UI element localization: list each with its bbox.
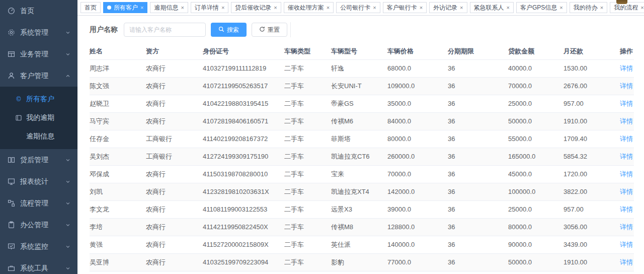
cell: 二手车 — [284, 165, 331, 183]
close-icon[interactable]: × — [600, 5, 603, 11]
table-row: 黄强农商行41152720000215809X二手车英仕派140000.0369… — [90, 236, 634, 253]
search-button-label: 搜索 — [227, 26, 239, 34]
sidebar-item-system[interactable]: 系统管理 — [0, 22, 77, 43]
tab-my-todo[interactable]: 我的待办× — [570, 2, 607, 13]
detail-link[interactable]: 详情 — [620, 153, 633, 160]
cell: 任存金 — [90, 130, 146, 148]
close-icon[interactable]: × — [420, 5, 423, 11]
cell-actions: 详情 — [604, 253, 634, 271]
tab-visit-record[interactable]: 外访记录× — [429, 2, 467, 13]
column-header: 月还款 — [564, 43, 604, 59]
cell-actions: 详情 — [604, 236, 634, 253]
cell: 黄强 — [90, 236, 146, 253]
cell: 农商行 — [146, 218, 203, 236]
close-icon[interactable]: × — [559, 5, 562, 11]
close-icon[interactable]: × — [181, 5, 184, 11]
cell: 2676.00 — [564, 77, 604, 95]
detail-link[interactable]: 详情 — [620, 82, 633, 90]
cell-actions: 详情 — [604, 59, 634, 77]
cell: 农商行 — [146, 77, 203, 95]
cell-actions: 详情 — [604, 77, 634, 95]
chevron-down-icon — [65, 52, 70, 57]
table-header-row: 姓名资方身份证号车辆类型车辆型号车辆价格分期期限贷款金额月还款操作 — [90, 43, 634, 59]
tab-overdue-info[interactable]: 逾期信息× — [150, 2, 188, 13]
sidebar-item-my-overdue[interactable]: 我的逾期 — [0, 108, 77, 127]
tab-all-customers[interactable]: 所有客户× — [103, 2, 147, 13]
cell: 李培 — [90, 218, 146, 236]
cell: 411503198708280010 — [203, 165, 284, 183]
search-button[interactable]: 搜索 — [211, 23, 247, 37]
close-icon[interactable]: × — [373, 5, 376, 11]
close-icon[interactable]: × — [221, 5, 224, 11]
cell: 36 — [448, 236, 508, 253]
column-header: 车辆类型 — [284, 43, 331, 59]
tab-emergency-contact[interactable]: 紧急联系人× — [470, 2, 514, 13]
close-icon[interactable]: × — [460, 5, 463, 11]
cell: 二手车 — [284, 200, 331, 218]
tab-label: 逾期信息 — [154, 4, 178, 12]
close-icon[interactable]: × — [140, 5, 143, 11]
detail-link[interactable]: 详情 — [620, 241, 633, 248]
cell-actions: 详情 — [604, 148, 634, 165]
cell: 传祺M8 — [331, 218, 387, 236]
tab-collection-record[interactable]: 贷后催收记录× — [231, 2, 281, 13]
cell: 957.00 — [564, 200, 604, 218]
detail-link[interactable]: 详情 — [620, 170, 633, 178]
tab-customer-gps[interactable]: 客户GPS信息× — [516, 2, 567, 13]
reset-button[interactable]: 重置 — [252, 23, 287, 37]
sidebar-item-process[interactable]: 流程管理 — [0, 192, 77, 214]
detail-link[interactable]: 详情 — [620, 206, 633, 213]
avatar[interactable] — [616, 0, 627, 4]
table-row: 李培农商行41142119950822450X二手车传祺M8128800.036… — [90, 218, 634, 236]
chevron-up-icon — [65, 74, 70, 79]
detail-link[interactable]: 详情 — [620, 100, 633, 107]
tab-order-detail[interactable]: 订单详情× — [191, 2, 228, 13]
cell: 68000.0 — [387, 59, 448, 77]
sidebar-item-customer[interactable]: 客户管理 — [0, 65, 77, 87]
sidebar-item-tools[interactable]: 系统工具 — [0, 257, 77, 274]
sidebar-item-home[interactable]: 首页 — [0, 0, 77, 22]
sidebar-item-overdue-info[interactable]: 逾期信息 — [0, 127, 77, 146]
tab-company-bankcard[interactable]: 公司银行卡× — [336, 2, 380, 13]
search-icon — [218, 26, 224, 34]
detail-link[interactable]: 详情 — [620, 258, 633, 266]
customer-table: 姓名资方身份证号车辆类型车辆型号车辆价格分期期限贷款金额月还款操作 周志洋农商行… — [90, 43, 634, 274]
cell: 90000.0 — [508, 236, 564, 253]
cell: 二手车 — [284, 130, 331, 148]
cell: 刘凯 — [90, 183, 146, 200]
sidebar-item-monitor[interactable]: 系统监控 — [0, 236, 77, 257]
tab-collection-plan[interactable]: 催收处理方案× — [284, 2, 334, 13]
sidebar-item-post-loan[interactable]: 贷后管理 — [0, 149, 77, 171]
cell: 农商行 — [146, 183, 203, 200]
tab-customer-bankcard[interactable]: 客户银行卡× — [383, 2, 427, 13]
close-icon[interactable]: × — [327, 5, 330, 11]
cell: 165000.0 — [508, 148, 564, 165]
cell: 邓保成 — [90, 165, 146, 183]
close-icon[interactable]: × — [507, 5, 510, 11]
detail-link[interactable]: 详情 — [620, 117, 633, 125]
cell: 工商银行 — [146, 148, 203, 165]
customer-name-input[interactable] — [124, 23, 206, 37]
cell: 吴亚博 — [90, 253, 146, 271]
close-icon[interactable]: × — [274, 5, 277, 11]
cell-actions: 详情 — [604, 200, 634, 218]
cell: 1720.00 — [564, 165, 604, 183]
detail-link[interactable]: 详情 — [620, 223, 633, 231]
detail-link[interactable]: 详情 — [620, 64, 633, 72]
sidebar-item-business[interactable]: 业务管理 — [0, 43, 77, 65]
sidebar-item-report[interactable]: 报表统计 — [0, 171, 77, 192]
tab-my-process[interactable]: 我的流程× — [610, 2, 644, 13]
cell: 农商行 — [146, 200, 203, 218]
cell: 128800.0 — [387, 218, 448, 236]
table-row: 吴亚博农商行410325199709223094二手车影豹77000.03650… — [90, 253, 634, 271]
cell: 农商行 — [146, 271, 203, 274]
close-icon[interactable]: × — [640, 5, 643, 11]
detail-link[interactable]: 详情 — [620, 135, 633, 143]
detail-link[interactable]: 详情 — [620, 188, 633, 195]
column-header: 车辆型号 — [331, 43, 387, 59]
cell: 赵晓卫 — [90, 95, 146, 112]
sidebar-item-all-customers[interactable]: ©所有客户 — [0, 90, 77, 108]
sidebar-item-office[interactable]: 办公管理 — [0, 214, 77, 236]
sidebar-item-label: 流程管理 — [20, 199, 65, 208]
tab-home[interactable]: 首页 — [80, 2, 101, 13]
